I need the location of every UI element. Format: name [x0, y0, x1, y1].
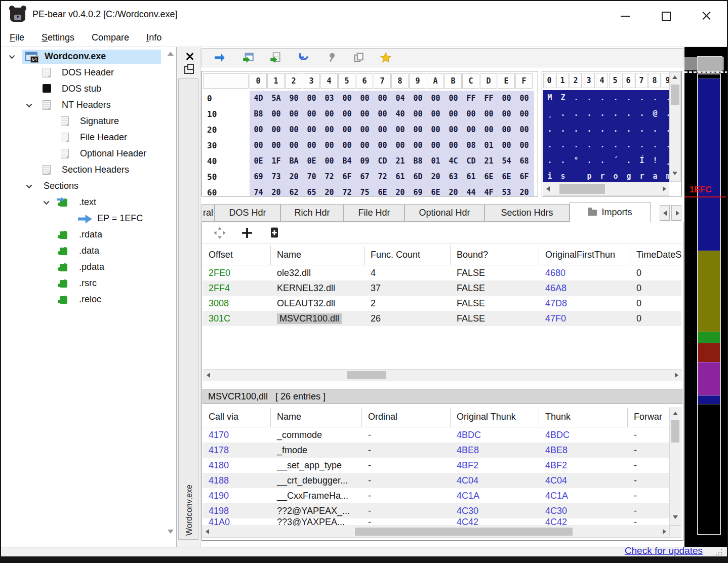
ascii-char-cell[interactable]: .: [622, 137, 635, 153]
ascii-char-cell[interactable]: .: [622, 153, 635, 169]
hex-byte-cell[interactable]: 6E: [480, 169, 498, 185]
scroll-thumb[interactable]: [671, 420, 679, 443]
hex-byte-cell[interactable]: 00: [427, 122, 444, 138]
tree-item-sections[interactable]: Sections: [1, 178, 168, 194]
hex-byte-cell[interactable]: 00: [356, 91, 374, 106]
ascii-char-cell[interactable]: .: [596, 106, 609, 122]
tabs-scroll-right[interactable]: [671, 205, 681, 221]
ascii-char-cell[interactable]: ¸: [662, 153, 670, 169]
hex-byte-cell[interactable]: 40: [391, 106, 409, 122]
hex-byte-cell[interactable]: 00: [374, 106, 391, 122]
hex-byte-cell[interactable]: 00: [285, 138, 303, 153]
hex-byte-cell[interactable]: 0E: [303, 153, 320, 169]
hex-byte-cell[interactable]: 75: [356, 185, 374, 196]
chevron-down-icon[interactable]: [8, 53, 16, 60]
tree-item-data[interactable]: .data: [1, 243, 168, 259]
tree-item-optional-header[interactable]: Optional Header: [1, 146, 168, 162]
ascii-char-cell[interactable]: .: [543, 137, 556, 153]
hex-byte-cell[interactable]: 6F: [338, 169, 356, 185]
hex-byte-cell[interactable]: 72: [374, 169, 391, 185]
hex-byte-cell[interactable]: 00: [427, 138, 444, 153]
favorite-star-icon[interactable]: [379, 51, 392, 64]
tree-item-text[interactable]: .text: [1, 194, 168, 211]
ascii-char-cell[interactable]: .: [556, 106, 570, 122]
hex-byte-cell[interactable]: 20: [515, 185, 533, 196]
hex-byte-cell[interactable]: 09: [356, 153, 374, 169]
hex-byte-cell[interactable]: 90: [285, 91, 303, 106]
functions-v-scrollbar[interactable]: [669, 408, 681, 526]
scroll-thumb[interactable]: [347, 371, 386, 379]
ascii-char-cell[interactable]: m: [662, 169, 670, 182]
hex-byte-cell[interactable]: 00: [267, 122, 285, 138]
hex-byte-cell[interactable]: 72: [338, 185, 356, 196]
hex-byte-cell[interactable]: 70: [303, 169, 320, 185]
ascii-char-cell[interactable]: .: [662, 90, 670, 106]
ascii-char-cell[interactable]: [570, 169, 583, 182]
hex-byte-cell[interactable]: 20: [267, 185, 285, 196]
hex-byte-cell[interactable]: CD: [462, 153, 480, 169]
ascii-char-cell[interactable]: .: [635, 106, 649, 122]
col-header-name[interactable]: Name: [271, 408, 362, 427]
hex-byte-cell[interactable]: 21: [391, 153, 409, 169]
hex-byte-cell[interactable]: B8: [250, 106, 267, 122]
hex-col-header[interactable]: F: [515, 73, 533, 89]
scroll-left-icon[interactable]: [206, 529, 209, 534]
add-entry-icon[interactable]: [240, 226, 254, 240]
hex-byte-cell[interactable]: 00: [409, 106, 427, 122]
ascii-char-cell[interactable]: .: [570, 90, 583, 106]
chevron-down-icon[interactable]: [25, 183, 33, 190]
ascii-char-cell[interactable]: .: [649, 90, 662, 106]
ascii-char-cell[interactable]: .: [570, 137, 583, 153]
selected-cell-value[interactable]: MSVCR100.dll: [277, 313, 342, 324]
ascii-char-cell[interactable]: °: [570, 153, 583, 169]
menu-settings[interactable]: Settings: [33, 32, 83, 43]
col-header-call-via[interactable]: Call via: [203, 408, 271, 427]
hex-byte-cell[interactable]: 68: [515, 153, 533, 169]
hex-col-header[interactable]: B: [444, 73, 462, 89]
function-row-0[interactable]: 4170_commode-4BDC4BDC-: [203, 427, 669, 443]
ascii-char-cell[interactable]: i: [543, 169, 556, 182]
close-button[interactable]: [699, 8, 714, 23]
hex-byte-cell[interactable]: 53: [498, 185, 515, 196]
ascii-char-cell[interactable]: .: [662, 122, 670, 137]
hex-byte-cell[interactable]: 00: [427, 91, 444, 106]
col-header-timedates[interactable]: TimeDateS: [630, 246, 681, 265]
hex-byte-cell[interactable]: 00: [338, 138, 356, 153]
load-into-window-icon[interactable]: [241, 51, 255, 64]
hex-byte-cell[interactable]: FF: [462, 91, 480, 106]
ascii-char-cell[interactable]: .: [649, 137, 662, 153]
hex-byte-cell[interactable]: 00: [498, 138, 515, 153]
hex-byte-cell[interactable]: 6F: [515, 169, 533, 185]
ascii-char-cell[interactable]: .: [609, 90, 622, 106]
ascii-v-scrollbar[interactable]: [669, 72, 681, 182]
tab-rich-hdr[interactable]: Rich Hdr: [280, 204, 344, 222]
ascii-char-cell[interactable]: .: [609, 106, 622, 122]
ascii-char-cell[interactable]: .: [649, 122, 662, 137]
hex-byte-cell[interactable]: 73: [267, 169, 285, 185]
hex-byte-cell[interactable]: 00: [498, 91, 515, 106]
imports-row-msvcr100-dll[interactable]: 301CMSVCR100.dll26FALSE47F00: [203, 311, 681, 326]
hex-byte-cell[interactable]: 00: [444, 138, 462, 153]
imports-row-ole32-dll[interactable]: 2FE0ole32.dll4FALSE46800: [203, 265, 681, 280]
hex-col-header[interactable]: 4: [320, 73, 338, 89]
col-header-bound[interactable]: Bound?: [451, 246, 539, 265]
hex-byte-cell[interactable]: 00: [338, 122, 356, 138]
hex-byte-cell[interactable]: 00: [285, 122, 303, 138]
col-header-forwar[interactable]: Forwar: [628, 408, 669, 427]
col-header-thunk[interactable]: Thunk: [539, 408, 628, 427]
hex-byte-cell[interactable]: 00: [444, 122, 462, 138]
hex-byte-cell[interactable]: 20: [320, 185, 338, 196]
hex-col-header[interactable]: 8: [391, 73, 409, 89]
ascii-char-cell[interactable]: .: [583, 106, 596, 122]
hex-byte-cell[interactable]: 20: [444, 185, 462, 196]
tree-item-signature[interactable]: Signature: [1, 113, 168, 130]
hex-byte-cell[interactable]: 00: [444, 91, 462, 106]
panel-close-icon[interactable]: [183, 50, 197, 63]
ascii-char-cell[interactable]: .: [635, 122, 649, 137]
hex-col-header[interactable]: 7: [374, 73, 391, 89]
hex-byte-cell[interactable]: 00: [409, 122, 427, 138]
ascii-char-cell[interactable]: ¸: [543, 106, 556, 122]
ascii-char-cell[interactable]: .: [583, 122, 596, 137]
hex-byte-cell[interactable]: 65: [303, 185, 320, 196]
hex-byte-cell[interactable]: 00: [444, 106, 462, 122]
